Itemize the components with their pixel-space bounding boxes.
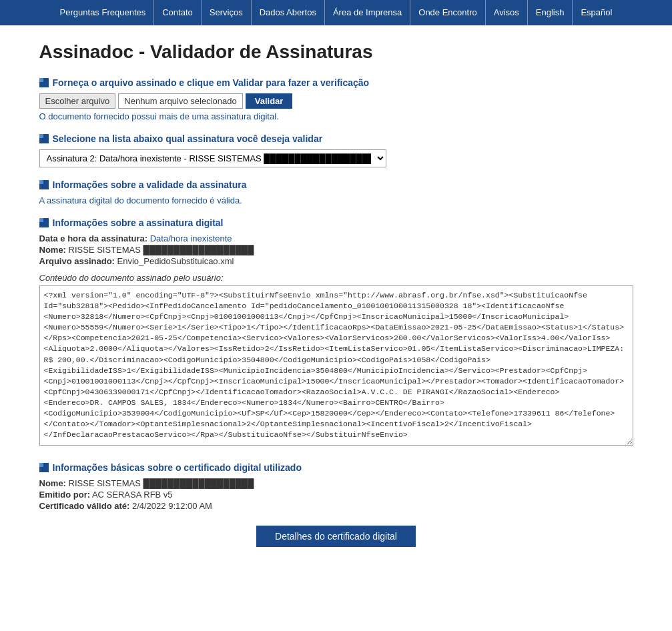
validity-text: A assinatura digital do documento fornec… (39, 195, 633, 205)
sig-info-header: Informações sobre a assinatura digital (39, 217, 633, 228)
cert-name-row: Nome: RISSE SISTEMAS ██████████████████ (39, 478, 633, 488)
cert-valid-row: Certificado válido até: 2/4/2022 9:12:00… (39, 501, 633, 511)
cert-issuer-label: Emitido por: (39, 490, 91, 500)
sig-select-title: Selecione na lista abaixo qual assinatur… (53, 133, 323, 144)
cert-valid-label: Certificado válido até: (39, 501, 130, 511)
signature-select[interactable]: Assinatura 1: Data/hora inexistente - RI… (39, 149, 386, 167)
cert-header: Informações básicas sobre o certificado … (39, 462, 633, 473)
sig-select-header: Selecione na lista abaixo qual assinatur… (39, 133, 633, 144)
file-info-text: O documento fornecido possui mais de uma… (39, 111, 633, 121)
cert-issuer-row: Emitido por: AC SERASA RFB v5 (39, 490, 633, 500)
sig-name-label: Nome: (39, 245, 66, 255)
nav-english[interactable]: English (528, 0, 573, 25)
sig-select-section: Selecione na lista abaixo qual assinatur… (39, 133, 633, 167)
cert-details-button-wrapper: Detalhes do certificado digital (39, 526, 633, 547)
main-content: Assinadoc - Validador de Assinaturas For… (19, 25, 653, 574)
top-navigation: Perguntas Frequentes Contato Serviços Da… (0, 0, 672, 25)
cert-valid-value: 2/4/2022 9:12:00 AM (132, 501, 212, 511)
section-icon-sig-info (39, 218, 49, 227)
doc-content-textarea[interactable] (39, 285, 633, 446)
sig-name-value: RISSE SISTEMAS ██████████████████ (69, 245, 254, 255)
choose-file-button[interactable]: Escolher arquivo (39, 93, 116, 109)
sig-date-row: Data e hora da assinatura: Data/hora ine… (39, 233, 633, 243)
no-file-label: Nenhum arquivo selecionado (118, 93, 242, 109)
nav-imprensa[interactable]: Área de Imprensa (325, 0, 410, 25)
nav-contato[interactable]: Contato (154, 0, 202, 25)
cert-issuer-value: AC SERASA RFB v5 (92, 490, 173, 500)
page-title: Assinadoc - Validador de Assinaturas (39, 41, 633, 63)
cert-name-label: Nome: (39, 478, 66, 488)
nav-faq[interactable]: Perguntas Frequentes (52, 0, 155, 25)
nav-espanol[interactable]: Español (573, 0, 620, 25)
file-upload-row: Escolher arquivo Nenhum arquivo selecion… (39, 93, 633, 109)
nav-servicos[interactable]: Serviços (202, 0, 252, 25)
validar-button[interactable]: Validar (246, 93, 293, 109)
sig-name-row: Nome: RISSE SISTEMAS ██████████████████ (39, 245, 633, 255)
section-icon-sig-select (39, 134, 49, 143)
cert-name-value: RISSE SISTEMAS ██████████████████ (69, 478, 254, 488)
nav-dados[interactable]: Dados Abertos (252, 0, 325, 25)
validity-title: Informações sobre a validade da assinatu… (53, 179, 247, 190)
section-icon-cert (39, 463, 49, 472)
sig-info-section: Informações sobre a assinatura digital D… (39, 217, 633, 448)
cert-title: Informações básicas sobre o certificado … (53, 462, 302, 473)
doc-content-label: Conteúdo do documento assinado pelo usuá… (39, 273, 633, 283)
sig-date-label: Data e hora da assinatura: (39, 233, 148, 243)
validity-section: Informações sobre a validade da assinatu… (39, 179, 633, 205)
section-icon-validity (39, 180, 49, 189)
validity-header: Informações sobre a validade da assinatu… (39, 179, 633, 190)
file-section-header: Forneça o arquivo assinado e clique em V… (39, 77, 633, 88)
sig-info-title: Informações sobre a assinatura digital (53, 217, 224, 228)
sig-file-value: Envio_PedidoSubstituicao.xml (117, 256, 234, 266)
file-section: Forneça o arquivo assinado e clique em V… (39, 77, 633, 121)
section-icon-file (39, 78, 49, 87)
nav-avisos[interactable]: Avisos (486, 0, 528, 25)
sig-date-value: Data/hora inexistente (150, 233, 232, 243)
sig-file-label: Arquivo assinado: (39, 256, 115, 266)
nav-onde[interactable]: Onde Encontro (410, 0, 485, 25)
file-section-title: Forneça o arquivo assinado e clique em V… (53, 77, 370, 88)
cert-details-button[interactable]: Detalhes do certificado digital (256, 526, 416, 547)
cert-section: Informações básicas sobre o certificado … (39, 462, 633, 511)
sig-file-row: Arquivo assinado: Envio_PedidoSubstituic… (39, 256, 633, 266)
